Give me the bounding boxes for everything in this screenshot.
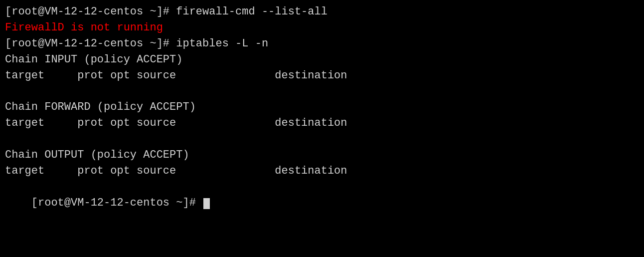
chain-input-line: Chain INPUT (policy ACCEPT) (5, 52, 639, 68)
error-line-1: FirewallD is not running (5, 20, 639, 36)
header-line-2: target prot opt source destination (5, 115, 639, 131)
blank-line-2 (5, 131, 639, 147)
header-line-3: target prot opt source destination (5, 163, 639, 179)
cursor (203, 198, 210, 209)
header-line-1: target prot opt source destination (5, 68, 639, 84)
command-line-1: [root@VM-12-12-centos ~]# firewall-cmd -… (5, 4, 639, 20)
prompt-line[interactable]: [root@VM-12-12-centos ~]# (5, 179, 639, 227)
prompt-text: [root@VM-12-12-centos ~]# (31, 197, 202, 209)
blank-line-1 (5, 83, 639, 99)
command-line-2: [root@VM-12-12-centos ~]# iptables -L -n (5, 36, 639, 52)
chain-output-line: Chain OUTPUT (policy ACCEPT) (5, 147, 639, 163)
terminal: [root@VM-12-12-centos ~]# firewall-cmd -… (5, 4, 639, 253)
chain-forward-line: Chain FORWARD (policy ACCEPT) (5, 99, 639, 115)
